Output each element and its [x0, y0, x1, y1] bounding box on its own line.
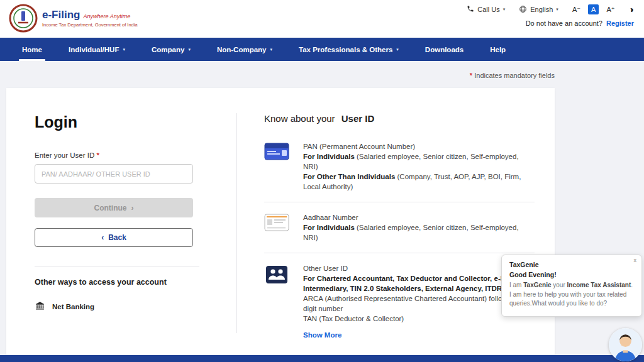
nav-company[interactable]: Company ▾ [138, 38, 204, 61]
chevron-right-icon: › [131, 204, 134, 212]
user-id-input[interactable] [35, 164, 193, 184]
taxgenie-avatar[interactable] [609, 328, 642, 361]
nav-help[interactable]: Help [477, 38, 519, 61]
font-size-normal-button[interactable]: A [588, 4, 599, 14]
brand-text: e-Filing Anywhere Anytime Income Tax Dep… [42, 9, 138, 28]
pan-info-item: PAN (Permanent Account Number) For Indiv… [264, 131, 535, 202]
nav-label: Home [22, 46, 42, 53]
show-more-link[interactable]: Show More [303, 331, 341, 339]
login-form: Login Enter your User ID * Continue › ‹ … [35, 113, 199, 312]
top-header: e-Filing Anywhere Anytime Income Tax Dep… [0, 0, 644, 38]
close-icon[interactable]: x [634, 257, 637, 263]
divider [35, 266, 199, 266]
aadhaar-card-icon [264, 212, 289, 243]
nav-downloads[interactable]: Downloads [412, 38, 477, 61]
user-id-label-text: Enter your User ID [35, 151, 94, 159]
know-title-regular: Know about your [264, 113, 335, 124]
bank-icon [35, 300, 45, 312]
header-utilities: Call Us ▾ English ▾ A⁻ A A⁺ ◑ [467, 4, 634, 27]
nav-label: Tax Professionals & Others [299, 46, 392, 53]
chevron-down-icon: ▾ [123, 47, 125, 52]
nav-label: Help [490, 46, 506, 53]
know-title: Know about your User ID [264, 113, 535, 124]
nav-individual-huf[interactable]: Individual/HUF ▾ [55, 38, 138, 61]
pan-card-icon [264, 141, 289, 192]
other-user-id-info-item: Other User ID For Chartered Accountant, … [264, 253, 535, 329]
login-card: Login Enter your User ID * Continue › ‹ … [6, 88, 555, 355]
chevron-down-icon: ▾ [396, 47, 399, 52]
language-label: English [530, 6, 553, 13]
font-size-decrease-button[interactable]: A⁻ [572, 6, 580, 14]
taxgenie-title: TaxGenie [509, 261, 634, 268]
nav-label: Company [152, 46, 184, 53]
user-id-label: Enter your User ID * [35, 151, 199, 159]
nav-label: Downloads [425, 46, 464, 53]
font-size-controls: A⁻ A A⁺ [572, 4, 615, 14]
back-label: Back [108, 233, 126, 242]
aadhaar-info-item: Aadhaar Number For Individuals (Salaried… [264, 202, 535, 253]
required-asterisk: * [96, 151, 99, 159]
other-user-id-icon [264, 263, 289, 324]
asterisk: * [470, 72, 472, 79]
chevron-down-icon: ▾ [188, 47, 191, 52]
call-us-menu[interactable]: Call Us ▾ [467, 5, 505, 14]
globe-icon [519, 5, 527, 14]
register-link[interactable]: Register [606, 19, 634, 27]
mandatory-note-text: Indicates mandatory fields [474, 72, 555, 79]
pan-line-other: For Other Than Individuals (Company, Tru… [303, 172, 535, 192]
other-user-id-arca-line: ARCA (Authorised Representative Chartere… [303, 293, 535, 314]
language-menu[interactable]: English ▾ [519, 5, 558, 14]
brand-subtitle: Income Tax Department, Government of Ind… [42, 22, 138, 28]
footer-bar [0, 355, 644, 362]
know-title-bold: User ID [341, 113, 375, 124]
income-tax-dept-logo-icon [9, 4, 38, 33]
nav-home[interactable]: Home [9, 38, 55, 61]
nav-label: Non-Company [217, 46, 267, 53]
account-prompt: Do not have an account? [526, 19, 602, 27]
taxgenie-message: I am TaxGenie your Income Tax Assistant.… [509, 281, 634, 309]
taxgenie-popup: x TaxGenie Good Evening! I am TaxGenie y… [501, 255, 642, 317]
login-title: Login [35, 113, 199, 131]
pan-title: PAN (Permanent Account Number) [303, 141, 535, 151]
mandatory-fields-note: * Indicates mandatory fields [470, 72, 555, 79]
other-ways-title: Other ways to access your account [35, 278, 199, 287]
taxgenie-greeting: Good Evening! [509, 271, 634, 278]
other-user-id-tan-line: TAN (Tax Deductor & Collector) [303, 314, 535, 324]
phone-icon [467, 5, 474, 14]
aadhaar-title: Aadhaar Number [303, 212, 535, 222]
contrast-toggle-icon[interactable]: ◑ [629, 5, 634, 14]
nav-non-company[interactable]: Non-Company ▾ [204, 38, 286, 61]
other-user-id-bold-line: For Chartered Accountant, Tax Deductor a… [303, 273, 535, 293]
know-about-user-id: Know about your User ID P [264, 113, 535, 340]
chevron-down-icon: ▾ [270, 47, 272, 52]
divider [236, 113, 237, 333]
net-banking-label: Net Banking [52, 303, 94, 310]
chevron-left-icon: ‹ [101, 233, 104, 242]
net-banking-option[interactable]: Net Banking [35, 300, 199, 312]
chevron-down-icon: ▾ [556, 7, 558, 12]
brand-tagline: Anywhere Anytime [83, 13, 130, 19]
pan-line-individuals: For Individuals (Salaried employee, Seni… [303, 151, 535, 172]
back-button[interactable]: ‹ Back [35, 228, 193, 247]
other-user-id-title: Other User ID [303, 263, 535, 273]
call-us-label: Call Us [477, 6, 499, 13]
aadhaar-line-individuals: For Individuals (Salaried employee, Seni… [303, 222, 535, 243]
main-navigation: Home Individual/HUF ▾ Company ▾ Non-Comp… [0, 38, 644, 61]
font-size-increase-button[interactable]: A⁺ [606, 6, 614, 14]
continue-label: Continue [94, 204, 127, 212]
nav-label: Individual/HUF [69, 46, 119, 53]
brand-title: e-Filing [42, 9, 80, 21]
nav-tax-professionals[interactable]: Tax Professionals & Others ▾ [286, 38, 412, 61]
chevron-down-icon: ▾ [503, 7, 506, 12]
continue-button[interactable]: Continue › [35, 198, 193, 217]
brand[interactable]: e-Filing Anywhere Anytime Income Tax Dep… [9, 4, 138, 33]
